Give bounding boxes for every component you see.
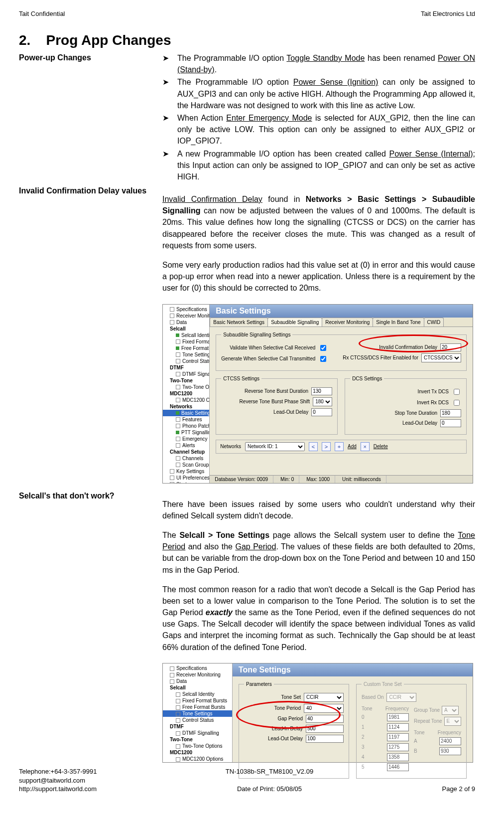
confidentiality-header: Tait Confidential Tait Electronics Ltd <box>19 10 475 17</box>
tone-settings-screenshot: SpecificationsReceiver MonitoringDataSel… <box>162 663 473 763</box>
powerup-label: Power-up Changes <box>19 52 153 183</box>
tree-node[interactable]: Two-Tone Options <box>163 743 232 749</box>
fs-ctcss: CTCSS Settings Reverse Tone Burst Durati… <box>216 376 338 435</box>
tree-node[interactable]: Emergency <box>163 436 209 442</box>
section-title: 2. Prog App Changes <box>19 32 475 48</box>
tree-node[interactable]: Selcall Identity <box>163 332 209 338</box>
header-right: Tait Electronics Ltd <box>421 10 475 17</box>
tree-node[interactable]: MDC1200 Options <box>163 756 232 762</box>
tree-node[interactable]: Tone Settings <box>163 351 209 358</box>
toneset-select[interactable]: CCIR <box>304 693 344 702</box>
tree-node[interactable]: PTT Signalling <box>163 429 209 436</box>
pane-title-1: Basic Settings <box>210 305 473 318</box>
nav-tree-1[interactable]: SpecificationsReceiver MonitoringDataSel… <box>163 305 210 483</box>
tree-node[interactable]: Selcall <box>163 684 232 691</box>
tab[interactable]: Basic Network Settings <box>210 318 268 327</box>
stop-tone-input[interactable] <box>440 409 461 417</box>
tree-node[interactable]: Channels <box>163 455 209 462</box>
tree-node[interactable]: Scan Groups <box>163 462 209 468</box>
selcall-para1: There have been issues raised by some us… <box>162 498 475 521</box>
invalid-label: Invalid Confirmation Delay values <box>19 185 153 302</box>
gapperiod-input[interactable] <box>306 715 344 723</box>
fs-parameters: Parameters Tone Set CCIR Tone Period 40 … <box>239 681 349 779</box>
toneperiod-select[interactable]: 40 <box>304 704 344 713</box>
tree-node[interactable]: Receiver Monitoring <box>163 671 232 678</box>
dcs-lod-input[interactable] <box>440 419 461 427</box>
tree-node[interactable]: MDC1200 <box>163 749 232 756</box>
prev-network-button[interactable]: < <box>309 442 318 451</box>
icd-label: Invalid Confirmation Delay <box>379 344 437 350</box>
rxfilter-select[interactable]: CTCSS/DCS <box>421 353 461 362</box>
status-bar-1: Database Version: 0009 Min: 0 Max: 1000 … <box>210 475 473 483</box>
tree-node[interactable]: Free Format Bursts <box>163 345 209 351</box>
delete-network-button[interactable]: × <box>361 442 370 451</box>
generate-checkbox[interactable] <box>320 356 326 362</box>
icd-input[interactable] <box>440 343 461 351</box>
validate-checkbox[interactable] <box>320 345 326 351</box>
list-item: ➤When Action Enter Emergency Mode is sel… <box>162 112 475 147</box>
tree-node[interactable]: Fixed Format Bursts <box>163 697 232 704</box>
tree-node[interactable]: Channel Setup <box>163 449 209 455</box>
tree-node[interactable]: Two-Tone <box>163 377 209 384</box>
powerup-list: ➤The Programmable I/O option Toggle Stan… <box>162 52 475 182</box>
header-left: Tait Confidential <box>19 10 65 17</box>
ctcss-lod-input[interactable] <box>311 408 332 416</box>
tone-row: 3 <box>362 743 409 751</box>
tree-node[interactable]: Start-up <box>163 481 209 483</box>
invert-rx-dcs-checkbox[interactable] <box>454 400 460 406</box>
tab[interactable]: Receiver Monitoring <box>322 318 373 327</box>
tab[interactable]: Subaudible Signalling <box>267 318 322 327</box>
tone-row: B <box>414 747 461 755</box>
tree-node[interactable]: DTMF Signalling <box>163 730 232 736</box>
tree-node[interactable]: Alerts <box>163 442 209 449</box>
tab-bar-1[interactable]: Basic Network SettingsSubaudible Signall… <box>210 318 473 327</box>
tree-node[interactable]: Receiver Monitoring <box>163 313 209 319</box>
list-item: ➤The Programmable I/O option Toggle Stan… <box>162 52 475 75</box>
tab[interactable]: Single In Band Tone <box>373 318 424 327</box>
tree-node[interactable]: Data <box>163 319 209 326</box>
tab[interactable]: CWID <box>424 318 444 327</box>
tree-node[interactable]: Data <box>163 678 232 684</box>
invalid-para2: Some very early production radios had th… <box>162 259 475 294</box>
generate-label: Generate When Selective Call Transmitted <box>221 356 315 361</box>
rtbd-input[interactable] <box>311 387 332 395</box>
nav-tree-2[interactable]: SpecificationsReceiver MonitoringDataSel… <box>163 663 233 762</box>
tree-node[interactable]: Selcall <box>163 326 209 332</box>
tree-node[interactable]: Selcall Identity <box>163 691 232 697</box>
tree-node[interactable]: Fixed Format Bursts <box>163 338 209 345</box>
tree-node[interactable]: MDC1200 <box>163 390 209 397</box>
add-network-button[interactable]: + <box>335 442 344 451</box>
invert-tx-dcs-checkbox[interactable] <box>454 389 460 395</box>
tree-node[interactable]: Tone Settings <box>163 710 232 717</box>
network-id-select[interactable]: Network ID: 1 <box>245 442 305 451</box>
tree-node[interactable]: Key Settings <box>163 468 209 475</box>
tree-node[interactable]: Control Status <box>163 358 209 364</box>
leadout-input[interactable] <box>306 735 344 743</box>
tree-node[interactable]: MDC1200 Options <box>163 397 209 403</box>
tree-node[interactable]: Features <box>163 416 209 423</box>
tree-node[interactable]: Specifications <box>163 665 232 671</box>
next-network-button[interactable]: > <box>322 442 331 451</box>
invalid-para1: Invalid Confirmation Delay found in Netw… <box>162 193 475 251</box>
leadin-input[interactable] <box>306 725 344 733</box>
tree-node[interactable]: Two-Tone <box>163 736 232 743</box>
tree-node[interactable]: UI Preferences <box>163 475 209 481</box>
pane-title-2: Tone Settings <box>233 663 473 676</box>
tree-node[interactable]: Free Format Bursts <box>163 704 232 710</box>
fs-custom-tone: Custom Tone Set Based On CCIR Tone Frequ… <box>356 681 467 779</box>
fs-dcs: DCS Settings Invert Tx DCS Invert Rx DCS… <box>345 376 467 435</box>
tree-node[interactable]: Specifications <box>163 306 209 313</box>
tree-node[interactable]: DTMF Signalling <box>163 371 209 377</box>
selcall-label: Selcall's that don't work? <box>19 491 153 661</box>
tree-node[interactable]: DTMF <box>163 723 232 730</box>
tree-node[interactable]: Phono Patch <box>163 423 209 429</box>
tone-row: 4 <box>362 753 409 761</box>
rtbps-select[interactable]: 180 <box>313 397 332 406</box>
tree-node[interactable]: Basic Settings <box>163 410 209 416</box>
tone-row: 0 <box>362 713 409 721</box>
tree-node[interactable]: Networks <box>163 403 209 410</box>
tree-node[interactable]: DTMF <box>163 364 209 371</box>
tree-node[interactable]: Control Status <box>163 717 232 723</box>
tree-node[interactable]: Two-Tone Options <box>163 384 209 390</box>
tone-row: 2 <box>362 733 409 741</box>
